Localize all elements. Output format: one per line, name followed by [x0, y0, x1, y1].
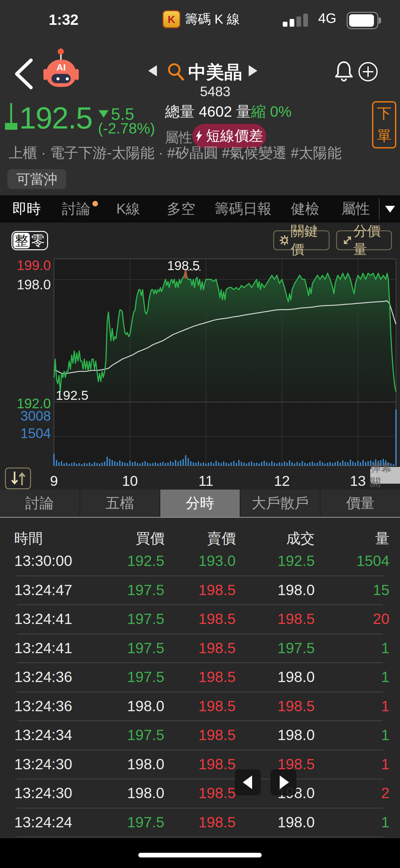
col-header-3: 成交 [286, 529, 315, 548]
main-tab-3[interactable]: K線 [116, 195, 140, 223]
prev-stock-button[interactable] [148, 65, 157, 76]
x-label-13: 13 [342, 472, 373, 489]
bell-icon[interactable] [334, 59, 354, 84]
antenna-dot-icon [58, 49, 64, 55]
stock-tags[interactable]: 上櫃 · 電子下游-太陽能 · #矽晶圓 #氣候變遷 #太陽能 [9, 144, 341, 163]
expand-arrows-icon [342, 235, 351, 246]
row-5-time: 13:24:36 [14, 662, 72, 692]
x-label-9: 9 [38, 472, 69, 489]
row-8-col-5: 1 [381, 750, 390, 779]
detail-tab-bar: 討論五檔分時大戶散戶價量 [0, 490, 400, 518]
gear-icon [279, 235, 288, 246]
row-6-time: 13:24:36 [14, 692, 72, 721]
day-trade-badge: 可當沖 [7, 169, 66, 189]
row-5-col-5: 1 [381, 662, 390, 692]
price-volume-dist-button[interactable]: 分價量 [336, 230, 392, 250]
page-prev-button[interactable] [235, 769, 261, 795]
left-triangle-icon [243, 775, 252, 789]
row-5-col-3: 198.5 [198, 662, 236, 692]
main-tab-7[interactable]: 屬性 [341, 195, 370, 223]
home-indicator[interactable] [138, 853, 262, 858]
stock-name[interactable]: 中美晶 [184, 60, 246, 85]
row-divider [17, 837, 383, 837]
app-screen: 1:32 K 籌碼 K 線 4G AI 中美晶 5483 192.5 5.5 [0, 0, 400, 868]
row-4-col-2: 197.5 [127, 633, 164, 663]
back-icon[interactable] [11, 58, 36, 90]
low-marker-label: 192.5 [56, 388, 88, 403]
place-order-button[interactable]: 下單 [372, 101, 396, 148]
main-tab-5[interactable]: 籌碼日報 [214, 195, 272, 223]
danmaku-toggle-button[interactable]: 彈幕 關 [370, 467, 400, 484]
lightning-icon [195, 130, 203, 142]
main-tab-1[interactable]: 即時 [12, 195, 41, 223]
row-4-col-4: 197.5 [277, 633, 315, 663]
total-volume-line: 總量 4602 量縮 0% [165, 102, 292, 122]
price-change-pct: (-2.78%) [98, 120, 155, 137]
status-time: 1:32 [40, 11, 87, 28]
row-7-time: 13:24:34 [14, 720, 72, 750]
more-tabs-chevron-icon[interactable] [385, 206, 395, 213]
row-7-col-5: 1 [381, 720, 390, 750]
ai-assistant-button[interactable]: AI [45, 49, 78, 90]
row-4-col-5: 1 [381, 633, 390, 663]
main-tab-2[interactable]: 討論 [62, 195, 98, 223]
y-label-198: 198.0 [1, 277, 51, 292]
col-header-2: 賣價 [207, 529, 236, 548]
row-1-col-3: 193.0 [198, 547, 236, 576]
row-2-time: 13:24:47 [14, 576, 72, 605]
row-8-col-2: 198.0 [127, 750, 164, 779]
row-9-col-3: 198.5 [198, 779, 236, 808]
battery-icon [347, 12, 378, 29]
x-label-11: 11 [190, 472, 222, 489]
lot-whole-option[interactable]: 整 [13, 233, 30, 248]
row-6-col-3: 198.5 [198, 692, 236, 721]
row-2-col-4: 198.0 [277, 576, 315, 605]
high-marker-label: 198.5 [167, 258, 200, 273]
detail-tab-2[interactable]: 五檔 [80, 490, 160, 517]
detail-tab-4[interactable]: 大戶散戶 [241, 490, 320, 517]
search-icon[interactable] [166, 61, 186, 82]
y-label-199: 199.0 [1, 258, 51, 273]
signal-strength-icon [283, 14, 314, 27]
row-10-time: 13:24:24 [14, 808, 72, 837]
next-stock-button[interactable] [249, 65, 257, 76]
key-price-button[interactable]: 關鍵價 [273, 230, 330, 250]
page-next-button[interactable] [270, 769, 296, 795]
row-6-col-5: 1 [381, 692, 390, 721]
row-1-col-4: 192.5 [277, 547, 315, 576]
row-5-col-2: 197.5 [127, 662, 164, 692]
row-6-col-2: 198.0 [127, 692, 164, 721]
last-price: 192.5 [19, 101, 92, 136]
row-7-col-3: 198.5 [198, 720, 236, 750]
intraday-chart[interactable] [0, 257, 400, 474]
row-7-col-4: 198.0 [277, 720, 315, 750]
detail-tab-3[interactable]: 分時 [160, 490, 240, 517]
row-5-col-4: 198.0 [277, 662, 315, 692]
app-logo-icon: K [163, 10, 180, 28]
row-3-col-4: 198.5 [277, 604, 315, 633]
col-header-time: 時間 [14, 529, 43, 548]
x-label-10: 10 [114, 472, 145, 489]
detail-tab-1[interactable]: 討論 [0, 490, 79, 517]
detail-tab-5[interactable]: 價量 [321, 490, 400, 517]
col-header-4: 量 [375, 529, 390, 548]
add-icon[interactable] [357, 61, 379, 83]
row-3-col-5: 20 [373, 604, 390, 633]
vol-label-3008: 3008 [1, 408, 51, 424]
notification-dot [92, 201, 98, 207]
lot-odd-option[interactable]: 零 [30, 233, 46, 248]
ai-label: AI [45, 62, 77, 73]
vol-label-1504: 1504 [1, 426, 51, 441]
row-8-col-3: 198.5 [198, 750, 236, 779]
x-label-12: 12 [266, 472, 297, 489]
lot-toggle[interactable]: 整 零 [11, 231, 48, 250]
main-tab-6[interactable]: 健檢 [291, 195, 320, 223]
down-triangle-icon [99, 110, 108, 118]
main-tab-4[interactable]: 多空 [167, 195, 195, 223]
swap-arrows-icon [6, 468, 30, 488]
chart-mode-button[interactable] [5, 468, 31, 489]
status-app-name: 籌碼 K 線 [185, 10, 240, 28]
row-9-col-2: 198.0 [127, 779, 164, 808]
main-tab-bar: 即時討論K線多空籌碼日報健檢屬性 [0, 195, 400, 223]
row-9-time: 13:24:30 [14, 779, 72, 808]
